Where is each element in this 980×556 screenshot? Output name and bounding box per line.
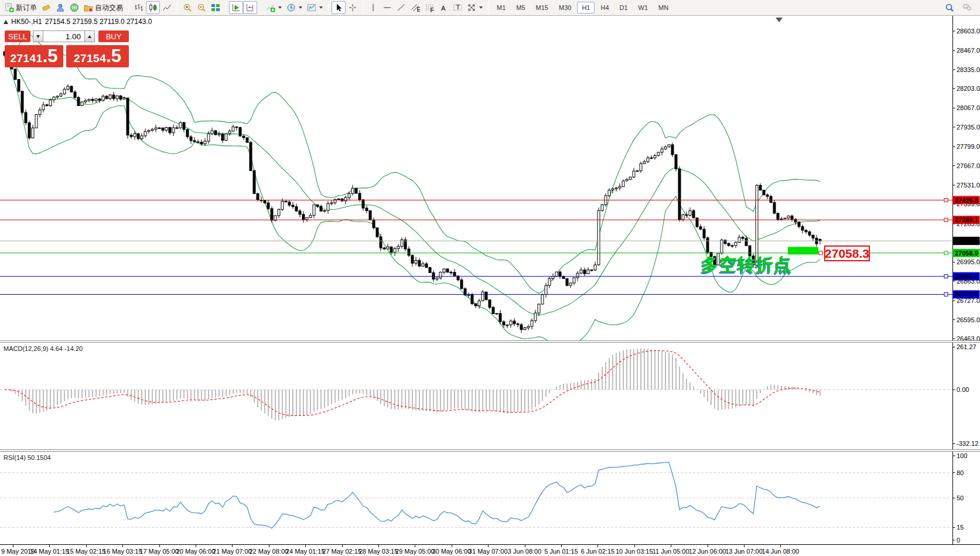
trendline-button[interactable] [394, 1, 408, 14]
candle-body [105, 96, 108, 98]
signal-icon [70, 3, 79, 12]
price-chart-canvas[interactable]: 28603.028467.028335.028203.028067.027935… [0, 16, 980, 340]
candle-body [668, 145, 670, 147]
bar-chart-button[interactable] [132, 1, 146, 14]
candle-body [176, 128, 178, 128]
label-button[interactable]: T [450, 1, 465, 14]
chart-shift-marker-icon[interactable] [776, 18, 783, 22]
zoom-out-button[interactable] [194, 1, 209, 14]
green-highlight-marker[interactable] [788, 247, 818, 254]
candlestick-button[interactable] [146, 1, 160, 14]
crosshair-button[interactable] [346, 1, 360, 14]
line-anchor-square[interactable] [944, 275, 948, 278]
panel-separator[interactable] [0, 449, 980, 452]
time-tick [269, 545, 269, 547]
candle-body [728, 244, 730, 246]
time-label: 10 Jun 03:15 [616, 548, 653, 555]
timeframe-w1[interactable]: W1 [634, 2, 653, 13]
chevron-down-icon [479, 6, 483, 9]
time-tick [232, 545, 233, 547]
price-level-box-label: 27143.0 [955, 237, 978, 244]
zoom-in-button[interactable] [180, 1, 194, 14]
bollinger-middle-band[interactable] [5, 56, 820, 315]
rsi-panel-canvas[interactable]: 1008050150 [0, 452, 980, 544]
candle-body [777, 213, 779, 219]
fibonacci-button[interactable]: F [422, 1, 436, 14]
sell-price-box[interactable]: 27141.5 [5, 45, 63, 67]
volume-decrease-button[interactable] [33, 30, 43, 42]
time-label: 24 May 01:15 [286, 548, 325, 555]
hline-button[interactable] [380, 1, 394, 14]
sell-button[interactable]: SELL [5, 30, 30, 42]
panel-separator[interactable] [0, 340, 980, 343]
periods-button[interactable] [284, 1, 305, 14]
autotrade-button[interactable]: 自动交易 [81, 1, 125, 14]
candle-body [218, 134, 220, 135]
channel-icon: E [411, 3, 420, 12]
line-anchor-square[interactable] [944, 251, 948, 255]
candle-body [503, 322, 505, 325]
turning-point-annotation[interactable]: 多空转折点 [701, 253, 792, 277]
templates-button[interactable] [305, 1, 325, 14]
volume-input[interactable]: 1.00 [43, 30, 84, 42]
line-anchor-square[interactable] [944, 218, 948, 221]
buy-price-box[interactable]: 27154.5 [66, 45, 129, 67]
candle-body [299, 211, 301, 214]
candle-body [689, 211, 691, 216]
candle-body [724, 240, 726, 244]
tag-anchor-square[interactable] [819, 251, 822, 255]
autoscroll-button[interactable] [229, 1, 243, 14]
time-tick [452, 545, 452, 547]
candle-body [172, 128, 175, 133]
timeframe-m1[interactable]: M1 [492, 2, 510, 13]
candle-body [14, 69, 16, 80]
price-tag-label[interactable]: 27058.3 [824, 245, 870, 261]
hline-icon [383, 3, 392, 12]
toolbar-separator [328, 2, 329, 13]
buy-button[interactable]: BUY [98, 30, 129, 42]
candle-body [35, 115, 37, 128]
candle-body [376, 228, 378, 237]
candle-body [576, 273, 579, 278]
time-tick [305, 545, 306, 547]
line-chart-button[interactable] [160, 1, 174, 14]
arrows-button[interactable] [465, 1, 485, 14]
tile-windows-button[interactable] [209, 1, 223, 14]
macd-panel-canvas[interactable]: 261.270.00-332.12 [0, 343, 980, 449]
candle-body [460, 280, 463, 289]
triangle-down-icon [36, 35, 40, 38]
volume-increase-button[interactable] [84, 30, 95, 42]
timeframe-m5[interactable]: M5 [511, 2, 530, 13]
profile-button[interactable] [53, 1, 67, 14]
candle-body [151, 129, 153, 131]
timeframe-h4[interactable]: H4 [596, 2, 613, 13]
timeframe-h1[interactable]: H1 [577, 2, 595, 13]
autoscroll-icon [231, 3, 241, 12]
candle-body [770, 196, 772, 202]
line-anchor-square[interactable] [944, 292, 948, 296]
candle-body [197, 142, 199, 142]
vline-button[interactable] [366, 1, 380, 14]
chat-button[interactable] [960, 1, 974, 14]
channel-button[interactable]: E [408, 1, 422, 14]
indicators-button[interactable] [264, 1, 284, 14]
timeframe-m15[interactable]: M15 [531, 2, 553, 13]
signal-button[interactable] [67, 1, 81, 14]
timeframe-d1[interactable]: D1 [615, 2, 633, 13]
text-button[interactable]: A [436, 1, 450, 14]
timeframe-m30[interactable]: M30 [554, 2, 576, 13]
timeframe-mn[interactable]: MN [654, 2, 673, 13]
price-tick-label: 28335.0 [957, 66, 980, 73]
periods-icon [286, 3, 296, 12]
candle-body [137, 134, 139, 139]
new-order-button[interactable]: 新订单 [2, 1, 39, 14]
eraser-button[interactable] [39, 1, 53, 14]
cursor-button[interactable] [332, 1, 346, 14]
candle-body [580, 270, 582, 273]
line-anchor-square[interactable] [944, 199, 948, 202]
search-button[interactable] [943, 1, 957, 14]
svg-text:F: F [431, 6, 435, 13]
new-order-icon [5, 3, 14, 12]
chart-shift-button[interactable] [243, 1, 257, 14]
candle-body [162, 128, 164, 130]
